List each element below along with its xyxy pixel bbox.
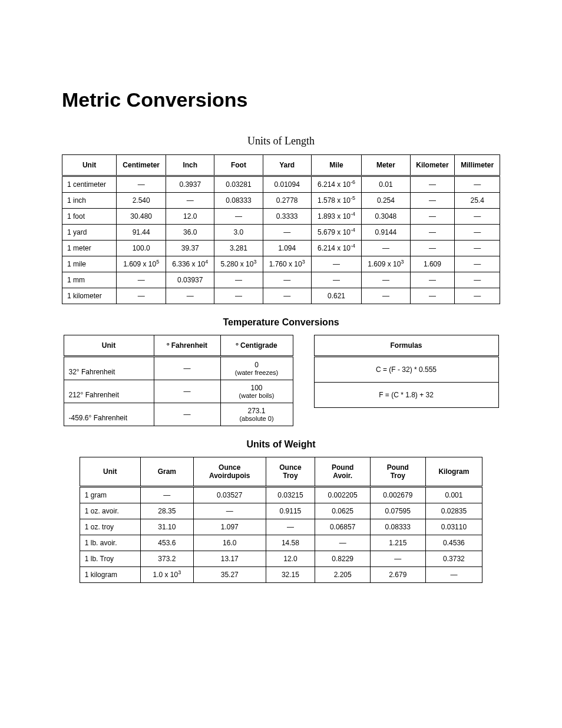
formulas-table: Formulas C = (F - 32) * 0.555F = (C * 1.… bbox=[314, 335, 499, 408]
value-cell: 31.10 bbox=[140, 519, 193, 535]
table-row: 1 mm—0.03937—————— bbox=[62, 272, 500, 288]
value-cell: 25.4 bbox=[455, 193, 500, 209]
weight-col-header: PoundAvoir. bbox=[315, 457, 371, 487]
value-cell: — bbox=[117, 272, 166, 288]
unit-cell: 1 oz. troy bbox=[80, 519, 140, 535]
value-cell: 5.280 x 103 bbox=[214, 256, 263, 272]
unit-cell: 1 centimeter bbox=[62, 176, 117, 193]
value-cell: 0.3937 bbox=[166, 176, 214, 193]
value-cell: 1.609 x 105 bbox=[117, 256, 166, 272]
temperature-section: Unit º Fahrenheit º Centigrade 32° Fahre… bbox=[62, 335, 500, 426]
unit-cell: 32° Fahrenheit bbox=[64, 357, 154, 380]
value-cell: 14.58 bbox=[266, 535, 315, 551]
unit-cell: 1 gram bbox=[80, 487, 140, 503]
value-cell: 1.609 x 103 bbox=[362, 256, 410, 272]
value-cell: — bbox=[154, 403, 220, 426]
table-row: 1 lb. avoir.453.616.014.58—1.2150.4536 bbox=[80, 535, 482, 551]
table-row: 1 kilogram1.0 x 10335.2732.152.2052.679— bbox=[80, 567, 482, 583]
value-cell: 0.08333 bbox=[214, 193, 263, 209]
value-cell: — bbox=[166, 193, 214, 209]
value-cell: — bbox=[410, 241, 455, 256]
value-cell: — bbox=[410, 176, 455, 193]
unit-cell: 212° Fahrenheit bbox=[64, 380, 154, 403]
unit-cell: -459.6° Fahrenheit bbox=[64, 403, 154, 426]
unit-cell: 1 mm bbox=[62, 272, 117, 288]
page-title: Metric Conversions bbox=[62, 88, 500, 111]
weight-col-header: Unit bbox=[80, 457, 140, 487]
value-cell: — bbox=[455, 256, 500, 272]
length-header-row: UnitCentimeterInchFootYardMileMeterKilom… bbox=[62, 155, 500, 176]
value-cell: 1.097 bbox=[193, 519, 266, 535]
value-cell: 12.0 bbox=[266, 551, 315, 567]
weight-caption: Units of Weight bbox=[62, 439, 500, 450]
value-cell: — bbox=[370, 551, 425, 567]
temp-header-fahrenheit: º Fahrenheit bbox=[154, 335, 220, 357]
value-cell: — bbox=[455, 241, 500, 256]
value-cell: 0.03110 bbox=[425, 519, 482, 535]
value-cell: 0.06857 bbox=[315, 519, 371, 535]
value-cell: — bbox=[193, 503, 266, 519]
value-cell: 0.03937 bbox=[166, 272, 214, 288]
value-cell: — bbox=[311, 272, 362, 288]
value-cell: — bbox=[410, 272, 455, 288]
value-cell: 0.01 bbox=[362, 176, 410, 193]
value-cell: — bbox=[455, 225, 500, 241]
value-cell: 1.578 x 10-5 bbox=[311, 193, 362, 209]
value-cell: 0.001 bbox=[425, 487, 482, 503]
formulas-header: Formulas bbox=[314, 335, 498, 357]
value-cell: — bbox=[362, 241, 410, 256]
value-cell: — bbox=[410, 209, 455, 225]
value-cell: 5.679 x 10-4 bbox=[311, 225, 362, 241]
unit-cell: 1 yard bbox=[62, 225, 117, 241]
value-cell: 0.02835 bbox=[425, 503, 482, 519]
table-row: C = (F - 32) * 0.555 bbox=[314, 357, 498, 383]
length-col-header: Millimeter bbox=[455, 155, 500, 176]
value-cell: 1.609 bbox=[410, 256, 455, 272]
unit-cell: 1 meter bbox=[62, 241, 117, 256]
value-cell: 0.9115 bbox=[266, 503, 315, 519]
value-cell: 3.0 bbox=[214, 225, 263, 241]
value-cell: 6.214 x 10-6 bbox=[311, 176, 362, 193]
length-caption: Units of Length bbox=[62, 135, 500, 147]
value-cell: — bbox=[455, 272, 500, 288]
value-cell: 6.214 x 10-4 bbox=[311, 241, 362, 256]
length-col-header: Mile bbox=[311, 155, 362, 176]
value-cell: 100(water boils) bbox=[220, 380, 293, 403]
value-cell: 0.002679 bbox=[370, 487, 425, 503]
table-row: 1 kilometer————0.621——— bbox=[62, 288, 500, 304]
value-cell: 1.893 x 10-4 bbox=[311, 209, 362, 225]
value-cell: 0.9144 bbox=[362, 225, 410, 241]
value-cell: — bbox=[214, 288, 263, 304]
value-cell: — bbox=[410, 225, 455, 241]
value-cell: — bbox=[362, 288, 410, 304]
table-row: 1 lb. Troy373.213.1712.00.8229—0.3732 bbox=[80, 551, 482, 567]
value-cell: 1.215 bbox=[370, 535, 425, 551]
temperature-table: Unit º Fahrenheit º Centigrade 32° Fahre… bbox=[64, 335, 293, 426]
value-cell: — bbox=[117, 288, 166, 304]
weight-col-header: Kilogram bbox=[425, 457, 482, 487]
value-cell: 16.0 bbox=[193, 535, 266, 551]
value-cell: 2.679 bbox=[370, 567, 425, 583]
unit-cell: 1 inch bbox=[62, 193, 117, 209]
value-cell: — bbox=[455, 288, 500, 304]
value-cell: — bbox=[214, 272, 263, 288]
value-cell: 3.281 bbox=[214, 241, 263, 256]
value-cell: — bbox=[154, 380, 220, 403]
value-cell: 0.3732 bbox=[425, 551, 482, 567]
value-cell: 0.07595 bbox=[370, 503, 425, 519]
length-col-header: Inch bbox=[166, 155, 214, 176]
value-cell: 0.3048 bbox=[362, 209, 410, 225]
value-cell: 39.37 bbox=[166, 241, 214, 256]
value-cell: 0.3333 bbox=[263, 209, 311, 225]
value-cell: 0.0625 bbox=[315, 503, 371, 519]
value-cell: 91.44 bbox=[117, 225, 166, 241]
table-row: -459.6° Fahrenheit—273.1(absolute 0) bbox=[64, 403, 293, 426]
table-row: 1 gram—0.035270.032150.0022050.0026790.0… bbox=[80, 487, 482, 503]
table-row: 1 inch2.540—0.083330.27781.578 x 10-50.2… bbox=[62, 193, 500, 209]
value-cell: 6.336 x 104 bbox=[166, 256, 214, 272]
value-cell: 28.35 bbox=[140, 503, 193, 519]
table-row: 32° Fahrenheit—0(water freezes) bbox=[64, 357, 293, 380]
value-cell: — bbox=[455, 209, 500, 225]
document-page: Metric Conversions Units of Length UnitC… bbox=[0, 0, 562, 728]
value-cell: — bbox=[166, 288, 214, 304]
